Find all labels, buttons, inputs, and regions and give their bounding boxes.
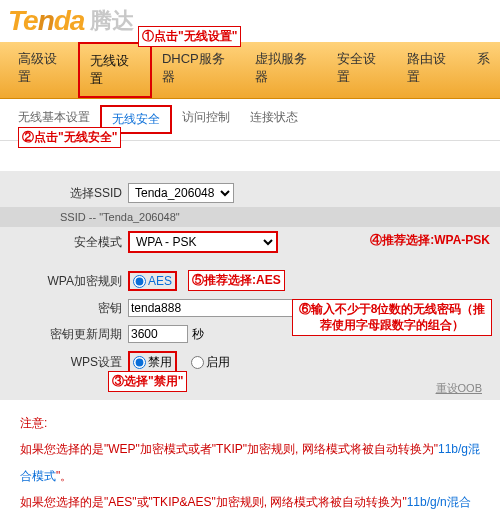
row-security-mode: 安全模式 WPA - PSK ④推荐选择:WPA-PSK [0,227,500,257]
nav-tab-advanced[interactable]: 高级设置 [8,42,78,98]
radio-wps-disable[interactable] [133,356,146,369]
notes-line2: 如果您选择的是"AES"或"TKIP&AES"加密规则, 网络模式将被自动转换为… [20,489,480,520]
annotation-3: ③选择"禁用" [108,371,187,392]
nav-tab-system[interactable]: 系 [467,42,500,98]
row-ssid: 选择SSID Tenda_206048 [0,179,500,207]
nav-tab-dhcp[interactable]: DHCP服务器 [152,42,245,98]
label-security-mode: 安全模式 [8,234,128,251]
input-rekey[interactable] [128,325,188,343]
annotation-4: ④推荐选择:WPA-PSK [370,232,490,249]
nav-tab-virtual[interactable]: 虚拟服务器 [245,42,327,98]
ssid-note-value: "Tenda_206048" [99,211,180,223]
notes-line1: 如果您选择的是"WEP"加密模式或者"TKIP"加密规则, 网络模式将被自动转换… [20,436,480,489]
main-nav: 高级设置 无线设置 DHCP服务器 虚拟服务器 安全设置 路由设置 系 [0,42,500,99]
select-ssid[interactable]: Tenda_206048 [128,183,234,203]
nav-tab-route[interactable]: 路由设置 [397,42,467,98]
notes-area: 注意: 如果您选择的是"WEP"加密模式或者"TKIP"加密规则, 网络模式将被… [0,400,500,520]
row-wps: WPS设置 禁用 启用 ③选择"禁用" [0,347,500,378]
annotation-5: ⑤推荐选择:AES [188,270,285,291]
radio-wps-enable[interactable] [191,356,204,369]
ssid-note-prefix: SSID -- [60,211,99,223]
label-wps: WPS设置 [8,354,128,371]
subnav-status[interactable]: 连接状态 [240,105,308,134]
label-rekey: 密钥更新周期 [8,326,128,343]
reset-oob-link[interactable]: 重设OOB [436,381,482,396]
sub-nav: 无线基本设置 无线安全 访问控制 连接状态 ②点击"无线安全" [0,99,500,141]
header-bar: Tenda 腾达 ①点击"无线设置" [0,0,500,42]
annotation-6: ⑥输入不少于8位数的无线密码（推荐使用字母跟数字的组合） [292,299,492,336]
radio-aes-label: AES [148,274,172,288]
nav-tab-security[interactable]: 安全设置 [327,42,397,98]
row-encryption: WPA加密规则 AES ⑤推荐选择:AES [0,267,500,295]
notes-title: 注意: [20,410,480,436]
rekey-unit: 秒 [192,326,204,343]
label-encryption: WPA加密规则 [8,273,128,290]
radio-aes[interactable] [133,275,146,288]
subnav-access[interactable]: 访问控制 [172,105,240,134]
label-key: 密钥 [8,300,128,317]
annotation-1: ①点击"无线设置" [138,26,241,47]
radio-wps-enable-label: 启用 [206,354,230,371]
brand-logo-cn: 腾达 [90,6,134,36]
brand-logo: Tenda [8,5,84,37]
label-ssid: 选择SSID [8,185,128,202]
radio-wps-disable-label: 禁用 [148,354,172,371]
ssid-note-bar: SSID -- "Tenda_206048" [0,207,500,227]
annotation-2: ②点击"无线安全" [18,127,121,148]
wireless-security-form: 选择SSID Tenda_206048 SSID -- "Tenda_20604… [0,171,500,400]
select-security-mode[interactable]: WPA - PSK [128,231,278,253]
nav-tab-wireless[interactable]: 无线设置 [78,42,152,98]
